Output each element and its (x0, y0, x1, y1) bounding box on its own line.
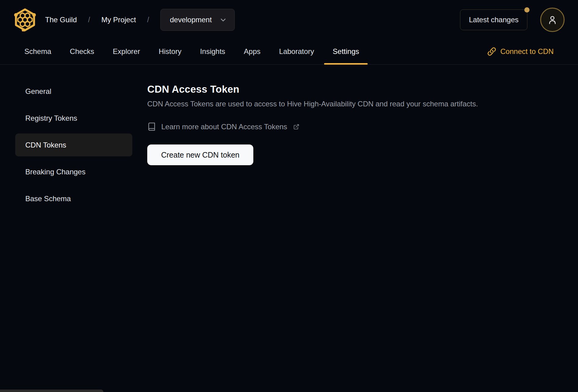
user-icon (547, 14, 558, 25)
tab-apps[interactable]: Apps (235, 38, 269, 64)
tab-navigation: Schema Checks Explorer History Insights … (0, 38, 578, 65)
latest-changes-button[interactable]: Latest changes (460, 9, 527, 30)
external-link-icon (293, 124, 299, 130)
sidebar-item-registry-tokens[interactable]: Registry Tokens (15, 107, 132, 130)
tab-settings[interactable]: Settings (324, 38, 368, 64)
create-cdn-token-button[interactable]: Create new CDN token (147, 144, 253, 165)
tab-laboratory[interactable]: Laboratory (271, 38, 323, 64)
book-icon (147, 122, 156, 131)
breadcrumb-organization[interactable]: The Guild (45, 16, 77, 24)
target-selector-dropdown[interactable]: development (160, 9, 234, 31)
link-icon (487, 47, 496, 56)
connect-to-cdn-link[interactable]: Connect to CDN (485, 47, 555, 56)
tab-insights[interactable]: Insights (191, 38, 234, 64)
bottom-widget-edge[interactable] (0, 390, 103, 392)
tab-explorer[interactable]: Explorer (104, 38, 148, 64)
sidebar-item-general[interactable]: General (15, 80, 132, 103)
breadcrumb: The Guild / My Project / (45, 16, 149, 24)
page-title: CDN Access Token (147, 84, 478, 95)
learn-more-label: Learn more about CDN Access Tokens (161, 123, 287, 131)
settings-content: General Registry Tokens CDN Tokens Break… (0, 65, 578, 214)
tab-history[interactable]: History (150, 38, 190, 64)
connect-to-cdn-label: Connect to CDN (500, 47, 554, 56)
latest-changes-label: Latest changes (469, 16, 519, 24)
chevron-down-icon (219, 16, 227, 24)
cdn-token-panel: CDN Access Token CDN Access Tokens are u… (147, 84, 478, 165)
hive-logo-icon[interactable] (13, 8, 37, 31)
page-description: CDN Access Tokens are used to access to … (147, 100, 478, 108)
breadcrumb-separator: / (147, 16, 149, 24)
notification-dot (524, 7, 530, 12)
settings-sidebar: General Registry Tokens CDN Tokens Break… (15, 80, 132, 214)
sidebar-item-cdn-tokens[interactable]: CDN Tokens (15, 134, 132, 156)
breadcrumb-project[interactable]: My Project (101, 16, 136, 24)
learn-more-link[interactable]: Learn more about CDN Access Tokens (147, 122, 299, 131)
top-header: The Guild / My Project / development Lat… (0, 0, 578, 32)
target-selector-value: development (170, 16, 212, 24)
sidebar-item-base-schema[interactable]: Base Schema (15, 187, 132, 210)
sidebar-item-breaking-changes[interactable]: Breaking Changes (15, 160, 132, 183)
tab-checks[interactable]: Checks (61, 38, 103, 64)
tab-schema[interactable]: Schema (16, 38, 60, 64)
user-menu-button[interactable] (540, 8, 565, 32)
breadcrumb-separator: / (88, 16, 90, 24)
